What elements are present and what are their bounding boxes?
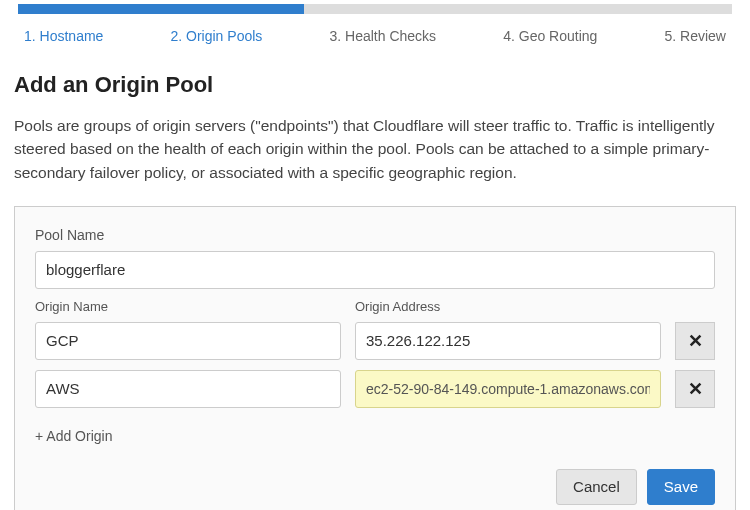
wizard-step-3[interactable]: 3. Health Checks — [329, 28, 436, 44]
wizard-step-1[interactable]: 1. Hostname — [24, 28, 103, 44]
wizard-progress: 1. Hostname2. Origin Pools3. Health Chec… — [0, 0, 750, 44]
page-description: Pools are groups of origin servers ("end… — [14, 114, 736, 184]
wizard-steps: 1. Hostname2. Origin Pools3. Health Chec… — [18, 28, 732, 44]
remove-origin-button[interactable]: ✕ — [675, 370, 715, 408]
pool-name-input[interactable] — [35, 251, 715, 289]
origin-address-label: Origin Address — [355, 299, 661, 314]
progress-bar — [18, 4, 732, 14]
wizard-step-2[interactable]: 2. Origin Pools — [171, 28, 263, 44]
origin-name-input[interactable] — [35, 370, 341, 408]
pool-form: Pool Name Origin Name Origin Address ✕✕ … — [14, 206, 736, 510]
origin-address-input[interactable] — [355, 370, 661, 408]
cancel-button[interactable]: Cancel — [556, 469, 637, 505]
pool-name-label: Pool Name — [35, 227, 715, 243]
origin-address-input[interactable] — [355, 322, 661, 360]
wizard-step-4[interactable]: 4. Geo Routing — [503, 28, 597, 44]
origin-rows: ✕✕ — [35, 322, 715, 408]
save-button[interactable]: Save — [647, 469, 715, 505]
wizard-step-5[interactable]: 5. Review — [664, 28, 725, 44]
remove-origin-button[interactable]: ✕ — [675, 322, 715, 360]
origin-name-input[interactable] — [35, 322, 341, 360]
add-origin-link[interactable]: + Add Origin — [35, 428, 112, 444]
origin-name-label: Origin Name — [35, 299, 341, 314]
origin-row: ✕ — [35, 370, 715, 408]
progress-fill — [18, 4, 304, 14]
page-title: Add an Origin Pool — [14, 72, 736, 98]
origin-row: ✕ — [35, 322, 715, 360]
